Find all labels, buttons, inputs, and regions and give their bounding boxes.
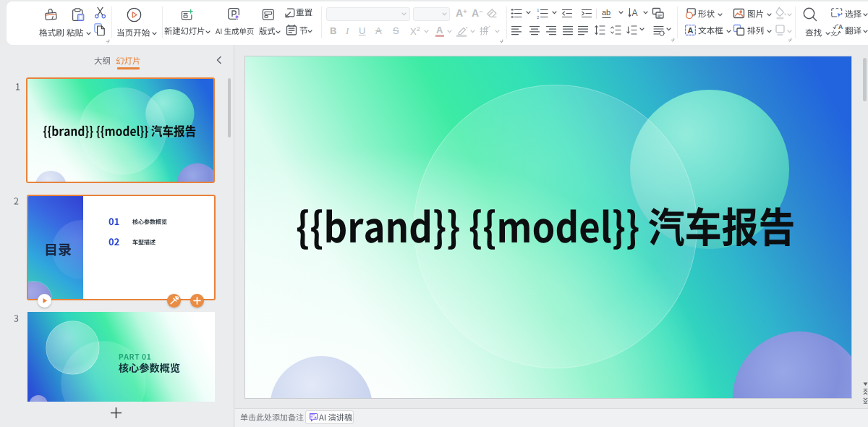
- svg-text:2: 2: [537, 15, 539, 20]
- svg-text:A: A: [688, 26, 694, 35]
- svg-text:A: A: [838, 23, 843, 30]
- svg-text:ab: ab: [602, 8, 610, 17]
- svg-text:A: A: [632, 8, 638, 18]
- svg-text:1: 1: [537, 8, 539, 12]
